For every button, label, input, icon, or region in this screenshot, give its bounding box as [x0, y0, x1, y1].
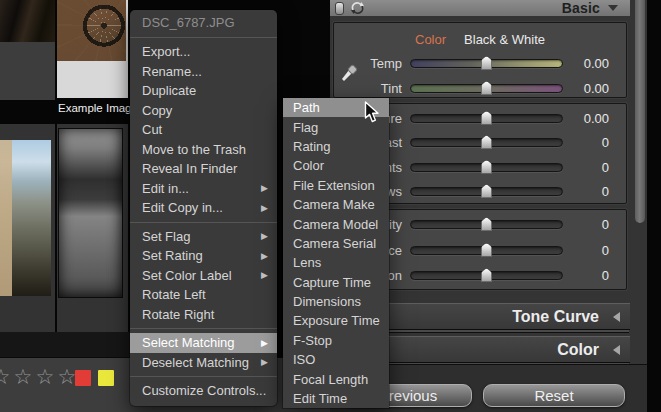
submenu-item-label: Camera Model: [293, 217, 381, 232]
menu-item[interactable]: Set Flag ▶: [130, 227, 277, 247]
submenu-item-label: Dimensions: [293, 294, 381, 309]
menu-item-label: Cut: [142, 122, 268, 137]
menu-item[interactable]: Select Matching ▶: [130, 333, 277, 353]
submenu-item[interactable]: Camera Make: [283, 195, 389, 214]
menu-item[interactable]: Duplicate: [130, 81, 277, 101]
menu-separator: [130, 37, 277, 38]
reset-button[interactable]: Reset: [483, 384, 625, 407]
menu-item[interactable]: Set Color Label ▶: [130, 266, 277, 286]
basic-panel-header[interactable]: Basic: [330, 0, 630, 16]
photo-thumbnail-bw-trees[interactable]: [58, 128, 123, 298]
photo-thumbnail-city[interactable]: [0, 140, 51, 296]
menu-item[interactable]: Edit in... ▶: [130, 179, 277, 199]
slider-handle[interactable]: [481, 217, 492, 231]
yellow-color-label-swatch[interactable]: [98, 370, 114, 386]
submenu-item[interactable]: F-Stop: [283, 331, 389, 350]
thumbnail-cell-selected[interactable]: [57, 0, 128, 98]
thumbnail-cell[interactable]: [0, 124, 55, 332]
slider-value: 0: [563, 268, 626, 283]
submenu-item-label: Focal Length: [293, 372, 381, 387]
menu-item[interactable]: Rename...: [130, 62, 277, 82]
eyedropper-icon[interactable]: [338, 57, 360, 83]
submenu-item-label: Color: [293, 158, 381, 173]
application-window: Example Imag ☆☆☆☆ Basic Co: [0, 0, 661, 412]
slider-track[interactable]: [410, 114, 563, 123]
mouse-cursor-icon: [364, 101, 381, 124]
slider-handle[interactable]: [481, 135, 492, 149]
sync-icon[interactable]: [350, 1, 365, 15]
slider-track[interactable]: [410, 246, 563, 255]
treatment-tabs: Color Black & White: [334, 27, 626, 51]
menu-item[interactable]: Move to the Trash: [130, 140, 277, 160]
photo-thumbnail-bicycle-wheel[interactable]: [57, 0, 126, 61]
menu-item[interactable]: Edit Copy in... ▶: [130, 198, 277, 218]
slider-track[interactable]: [410, 138, 563, 147]
thumbnail-cell[interactable]: [0, 0, 55, 100]
menu-item[interactable]: Set Rating ▶: [130, 246, 277, 266]
submenu-item[interactable]: Rating: [283, 137, 389, 156]
slider-handle[interactable]: [481, 160, 492, 174]
red-color-label-swatch[interactable]: [75, 370, 91, 386]
submenu-arrow-icon: ▶: [261, 270, 268, 280]
submenu-arrow-icon: ▶: [261, 357, 268, 367]
slider-track[interactable]: [410, 220, 563, 229]
slider-value: 0.00: [563, 111, 626, 126]
panel-scrollbar[interactable]: [635, 0, 645, 223]
menu-item-label: Select Matching: [142, 335, 257, 350]
slider-value: 0.00: [563, 56, 626, 71]
panel-switch-icon[interactable]: [335, 2, 344, 15]
menu-item-label: Edit in...: [142, 181, 257, 196]
submenu-arrow-icon: ▶: [261, 231, 268, 241]
menu-item[interactable]: Deselect Matching ▶: [130, 353, 277, 373]
submenu-item[interactable]: Capture Time: [283, 273, 389, 292]
slider-track[interactable]: [410, 59, 563, 68]
menu-item[interactable]: Reveal In Finder: [130, 159, 277, 179]
slider-row: Temp 0.00: [334, 51, 626, 76]
panel-title: Basic: [562, 0, 600, 16]
menu-item[interactable]: Copy: [130, 101, 277, 121]
slider-track[interactable]: [410, 187, 563, 196]
slider-track[interactable]: [410, 163, 563, 172]
submenu-item[interactable]: Focal Length: [283, 369, 389, 388]
slider-track[interactable]: [410, 271, 563, 280]
slider-handle[interactable]: [481, 243, 492, 257]
submenu-item-label: Exposure Time: [293, 313, 381, 328]
menu-item[interactable]: Rotate Right: [130, 305, 277, 325]
section-title: Color: [557, 341, 599, 359]
submenu-item-label: F-Stop: [293, 333, 381, 348]
section-title: Tone Curve: [512, 308, 599, 326]
submenu-item-label: Lens: [293, 255, 381, 270]
basic-disclosure-icon[interactable]: [608, 5, 618, 11]
slider-value: 0: [563, 160, 626, 175]
menu-item[interactable]: Export...: [130, 42, 277, 62]
slider-handle[interactable]: [481, 184, 492, 198]
submenu-item[interactable]: ISO: [283, 350, 389, 369]
submenu-arrow-icon: ▶: [261, 203, 268, 213]
submenu-item[interactable]: Edit Time: [283, 389, 389, 408]
slider-track[interactable]: [410, 84, 563, 93]
star-icon[interactable]: ☆: [12, 365, 34, 389]
submenu-item[interactable]: File Extension: [283, 176, 389, 195]
menu-item[interactable]: Customize Controls...: [130, 381, 277, 401]
menu-item-label: Rename...: [142, 64, 268, 79]
slider-handle[interactable]: [481, 56, 492, 70]
menu-item[interactable]: Rotate Left: [130, 285, 277, 305]
slider-handle[interactable]: [481, 111, 492, 125]
slider-handle[interactable]: [481, 81, 492, 95]
photo-thumbnail-street[interactable]: [0, 0, 55, 42]
submenu-item-label: Camera Make: [293, 197, 381, 212]
submenu-item[interactable]: Exposure Time: [283, 311, 389, 330]
menu-item[interactable]: Cut: [130, 120, 277, 140]
submenu-item[interactable]: Camera Model: [283, 214, 389, 233]
submenu-item[interactable]: Lens: [283, 253, 389, 272]
star-icon[interactable]: ☆: [34, 365, 56, 389]
tab-black-and-white[interactable]: Black & White: [464, 32, 545, 47]
thumbnail-cell[interactable]: [57, 124, 128, 332]
slider-handle[interactable]: [481, 268, 492, 282]
tab-color[interactable]: Color: [415, 32, 446, 47]
submenu-item[interactable]: Color: [283, 156, 389, 175]
menu-item-label: Deselect Matching: [142, 355, 257, 370]
submenu-item[interactable]: Camera Serial: [283, 234, 389, 253]
submenu-item[interactable]: Dimensions: [283, 292, 389, 311]
star-icon[interactable]: ☆: [0, 365, 12, 389]
